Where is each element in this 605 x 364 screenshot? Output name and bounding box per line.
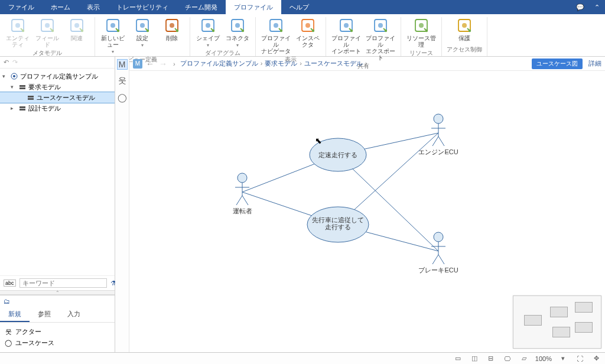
ribbon-btn-label: シェイプ [196, 35, 220, 41]
ribbon-btn-label: コネクタ [226, 35, 249, 41]
svg-point-2 [22, 30, 24, 32]
status-bar: ▭ ◫ ⊟ 🖵 ▱ 100% ▾ ⛶ ✥ [0, 352, 605, 364]
minimap[interactable] [513, 295, 601, 349]
toolcol-usecase[interactable]: ◯ [117, 92, 128, 103]
usecase-label: 先行車に追従して [312, 216, 364, 223]
status-fit-icon[interactable]: ⛶ [574, 354, 585, 363]
chevron-down-icon[interactable]: ▾ [2, 73, 8, 79]
palette-tab-2[interactable]: 入力 [59, 307, 89, 322]
menu-tab-5[interactable]: プロファイル [226, 0, 281, 14]
actor-label: ブレーキECU [418, 266, 458, 274]
status-split-h-icon[interactable]: ◫ [469, 354, 480, 363]
toolcol-actor[interactable]: 웃 [117, 76, 128, 86]
nav-back-icon[interactable]: ← [145, 59, 155, 69]
palette-tab-1[interactable]: 参照 [30, 307, 59, 322]
menu-tab-1[interactable]: ホーム [43, 0, 79, 14]
dropdown-arrow-icon: ▾ [141, 43, 144, 48]
svg-rect-48 [19, 106, 25, 108]
menu-tab-6[interactable]: ヘルプ [281, 0, 317, 14]
qat-undo-icon[interactable]: ↶ [4, 58, 9, 66]
ribbon-btn-delete[interactable]: 削除 [159, 17, 185, 54]
zoom-dropdown-icon[interactable]: ▾ [558, 354, 568, 363]
ribbon-btn-pexport[interactable]: プロファイル エクスポート [365, 17, 396, 61]
diagram-type-badge[interactable]: ユースケース図 [532, 58, 583, 69]
ribbon-btn-label: 新しいビュー [100, 35, 126, 48]
ribbon-btn-settings[interactable]: 設定▾ [129, 17, 155, 54]
menu-tab-0[interactable]: ファイル [0, 0, 43, 14]
toolcol-M[interactable]: M [117, 59, 128, 70]
palette-item-actor[interactable]: 웃アクター [5, 326, 110, 337]
palette-folder-icon[interactable]: 🗂 [4, 298, 10, 305]
svg-point-43 [13, 75, 15, 77]
ribbon-btn-profnav[interactable]: プロファイル ナビゲータ [261, 17, 291, 54]
status-monitor-icon[interactable]: 🖵 [502, 354, 513, 363]
ribbon-btn-label: リソース管理 [406, 35, 437, 48]
ribbon-btn-newview[interactable]: 新しいビュー▾ [100, 17, 126, 54]
detail-link[interactable]: 詳細 [588, 59, 601, 68]
svg-line-59 [438, 136, 444, 146]
actor-shape[interactable]: 運転者 [233, 173, 252, 214]
ribbon-btn-entity: エンティティ [5, 17, 31, 48]
message-icon[interactable]: 💬 [572, 0, 588, 14]
newview-icon [105, 17, 121, 34]
ribbon-btn-label: プロファイル ナビゲータ [261, 35, 291, 54]
status-move-icon[interactable]: ✥ [591, 354, 601, 363]
status-diagram-icon[interactable]: ▱ [519, 354, 529, 363]
breadcrumb-row: M ← → › プロファイル定義サンプル›要求モデル›ユースケースモデル› ユー… [129, 57, 605, 71]
usecase-label: 走行する [325, 223, 351, 231]
svg-point-19 [206, 23, 210, 28]
breadcrumb-segment[interactable]: 要求モデル [265, 60, 297, 67]
ribbon-btn-label: 保護 [458, 35, 470, 41]
breadcrumb-segment[interactable]: プロファイル定義サンプル [180, 60, 258, 67]
zoom-label[interactable]: 100% [535, 355, 552, 362]
palette-item-usecase[interactable]: ◯ユースケース [5, 337, 110, 349]
actor-label: 運転者 [233, 207, 252, 214]
chevron-down-icon[interactable]: ▾ [11, 84, 17, 90]
tree-node[interactable]: ▸設計モデル [0, 103, 115, 113]
svg-point-28 [305, 23, 310, 28]
model-tag: M [133, 59, 142, 69]
tree-node[interactable]: ユースケースモデル [0, 92, 115, 103]
svg-line-53 [236, 196, 242, 205]
breadcrumb-segment[interactable]: ユースケースモデル [304, 60, 363, 67]
menu-tab-4[interactable]: チーム開発 [177, 0, 226, 14]
usecase-icon: ◯ [5, 339, 12, 347]
pane-collapse-grip[interactable]: ⌃ [0, 290, 115, 295]
collapse-ribbon-icon[interactable]: ⌃ [588, 0, 605, 14]
svg-point-31 [344, 23, 349, 28]
ribbon-btn-resource[interactable]: リソース管理 [406, 17, 437, 48]
menu-tab-2[interactable]: 表示 [79, 0, 108, 14]
menu-bar: ファイルホーム表示トレーサビリティチーム開発プロファイルヘルプ 💬 ⌃ [0, 0, 605, 14]
ribbon-btn-protect[interactable]: 保護 [451, 17, 477, 44]
chevron-right-icon[interactable]: ▸ [11, 105, 17, 111]
entity-icon [9, 17, 26, 34]
status-split-v-icon[interactable]: ⊟ [486, 354, 496, 363]
status-editor-icon[interactable]: ▭ [453, 354, 463, 363]
ribbon-group-3: プロファイル ナビゲータインスペクタ表示 [256, 17, 326, 56]
qat-redo-icon[interactable]: ↷ [12, 58, 18, 66]
diagram-canvas[interactable]: 定速走行する先行車に追従して走行する運転者エンジンECUブレーキECU ⬉ [129, 71, 605, 352]
filter-abc-icon[interactable]: abc [4, 280, 16, 287]
left-pane: ↶ ↷ ▾プロファイル定義サンプル▾要求モデルユースケースモデル▸設計モデル a… [0, 57, 115, 352]
ribbon-btn-shape[interactable]: シェイプ▾ [195, 17, 221, 48]
ribbon-btn-pimport[interactable]: プロファイル インポート [331, 17, 362, 61]
svg-rect-46 [28, 96, 34, 98]
tree-node[interactable]: ▾プロファイル定義サンプル [0, 71, 115, 82]
center-pane: M웃◯ M ← → › プロファイル定義サンプル›要求モデル›ユースケースモデル… [115, 57, 605, 352]
nav-forward-icon[interactable]: → [158, 59, 168, 69]
actor-label: エンジンECU [418, 148, 458, 155]
ribbon-btn-connector[interactable]: コネクタ▾ [225, 17, 251, 48]
tree-node[interactable]: ▾要求モデル [0, 82, 115, 92]
actor-shape[interactable]: ブレーキECU [418, 232, 458, 274]
ribbon-btn-inspector[interactable]: インスペクタ [295, 17, 321, 54]
svg-line-63 [432, 255, 438, 264]
svg-point-41 [469, 30, 471, 32]
tree-filter-input[interactable] [19, 278, 107, 288]
svg-point-38 [425, 30, 428, 32]
svg-point-25 [274, 23, 278, 28]
ribbon-btn-label: 関連 [71, 35, 83, 41]
palette-tab-0[interactable]: 新規 [0, 307, 30, 322]
actor-shape[interactable]: エンジンECU [418, 114, 458, 155]
menu-tab-3[interactable]: トレーサビリティ [108, 0, 177, 14]
palette-items: 웃アクター◯ユースケース [0, 323, 115, 352]
